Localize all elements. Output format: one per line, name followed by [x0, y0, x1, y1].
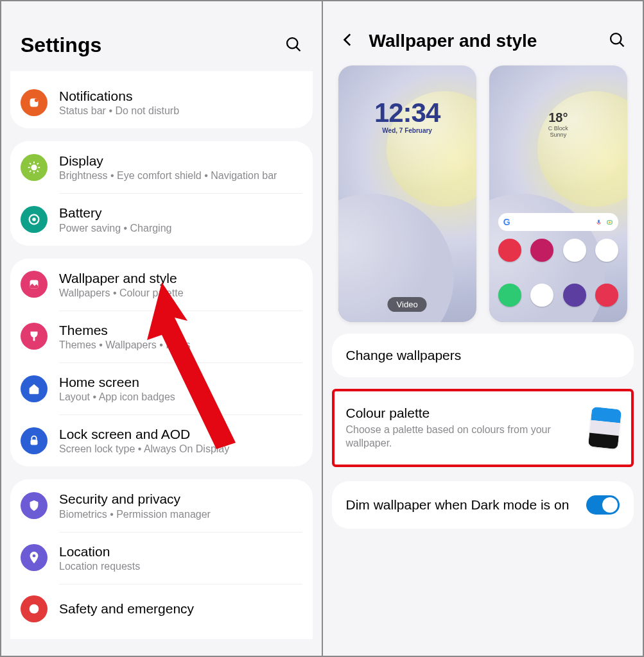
mic-icon: [595, 219, 602, 226]
lens-icon: [606, 219, 613, 226]
settings-item-sub: Screen lock type • Always On Display: [59, 443, 302, 455]
settings-item-security-privacy[interactable]: Security and privacy Biometrics • Permis…: [10, 479, 313, 531]
wallpaper-style-screen: Wallpaper and style 12:34 Wed, 7 Februar…: [323, 1, 643, 656]
settings-item-title: Security and privacy: [59, 491, 302, 507]
settings-item-title: Lock screen and AOD: [59, 426, 302, 442]
svg-point-19: [30, 604, 39, 613]
battery-icon: [21, 206, 48, 233]
settings-item-title: Safety and emergency: [59, 601, 302, 617]
video-badge: Video: [388, 297, 427, 312]
home-screen-preview[interactable]: 18° C Block Sunny G: [489, 65, 627, 322]
app-icon: [563, 284, 586, 307]
wallpaper-previews: 12:34 Wed, 7 February Video 18° C Block …: [323, 65, 643, 322]
svg-line-12: [37, 163, 39, 164]
svg-point-18: [33, 554, 36, 558]
settings-group: Notifications Status bar • Do not distur…: [10, 71, 313, 128]
svg-point-3: [35, 98, 38, 102]
settings-item-sub: Power saving • Charging: [59, 223, 302, 234]
settings-item-home-screen[interactable]: Home screen Layout • App icon badges: [10, 363, 313, 414]
search-icon[interactable]: [284, 35, 302, 56]
google-logo: G: [503, 217, 510, 227]
settings-item-sub: Themes • Wallpapers • Icons: [59, 339, 302, 351]
notifications-icon: [21, 89, 48, 116]
search-icon[interactable]: [608, 31, 626, 51]
settings-item-title: Location: [59, 543, 302, 559]
settings-item-title: Wallpaper and style: [59, 270, 302, 286]
dim-wallpaper-label: Dim wallpaper when Dark mode is on: [346, 496, 577, 513]
svg-line-10: [37, 171, 39, 172]
app-icon: [498, 239, 521, 262]
lock-date: Wed, 7 February: [338, 127, 476, 134]
themes-icon: [21, 323, 48, 350]
settings-screen: Settings Notifications Status bar • Do n…: [1, 1, 322, 656]
app-icon: [595, 239, 618, 262]
svg-line-11: [30, 171, 31, 172]
location-icon: [21, 544, 48, 571]
settings-item-notifications[interactable]: Notifications Status bar • Do not distur…: [10, 76, 313, 128]
settings-item-title: Battery: [59, 205, 302, 221]
svg-point-25: [609, 221, 611, 223]
lock-screen-preview[interactable]: 12:34 Wed, 7 February Video: [338, 65, 476, 322]
settings-item-lock-screen-aod[interactable]: Lock screen and AOD Screen lock type • A…: [10, 414, 313, 466]
page-title: Settings: [21, 33, 101, 57]
weather-temp: 18°: [489, 110, 627, 125]
app-dock: [498, 284, 618, 307]
settings-item-sub: Layout • App icon badges: [59, 391, 302, 403]
settings-group: Display Brightness • Eye comfort shield …: [10, 141, 313, 245]
colour-palette-title: Colour palette: [346, 405, 580, 421]
wallpaper-icon: [21, 271, 48, 298]
security-icon: [21, 492, 48, 519]
settings-item-safety-emergency[interactable]: Safety and emergency: [10, 584, 313, 639]
settings-item-themes[interactable]: Themes Themes • Wallpapers • Icons: [10, 311, 313, 363]
settings-item-title: Display: [59, 153, 302, 169]
settings-item-battery[interactable]: Battery Power saving • Charging: [10, 193, 313, 245]
dim-wallpaper-item[interactable]: Dim wallpaper when Dark mode is on: [332, 481, 634, 529]
app-row: [498, 239, 618, 262]
display-icon: [21, 154, 48, 181]
app-icon: [530, 239, 553, 262]
google-search-bar: G: [498, 213, 618, 231]
settings-item-display[interactable]: Display Brightness • Eye comfort shield …: [10, 141, 313, 193]
svg-line-9: [30, 163, 31, 164]
colour-palette-item[interactable]: Colour palette Choose a palette based on…: [332, 389, 634, 467]
settings-item-sub: Biometrics • Permission manager: [59, 509, 302, 520]
lock-icon: [21, 427, 48, 454]
svg-rect-17: [31, 439, 38, 445]
settings-item-location[interactable]: Location Location requests: [10, 532, 313, 584]
settings-header: Settings: [1, 1, 322, 76]
svg-point-4: [31, 164, 37, 170]
change-wallpapers-button[interactable]: Change wallpapers: [332, 334, 634, 377]
palette-swatch-icon: [588, 407, 622, 449]
svg-line-22: [620, 42, 623, 46]
settings-item-sub: Status bar • Do not disturb: [59, 105, 302, 117]
svg-rect-16: [33, 337, 35, 341]
lock-time: 12:34: [338, 98, 476, 128]
weather-cond: Sunny: [489, 132, 627, 138]
colour-palette-sub: Choose a palette based on colours from y…: [346, 423, 580, 450]
app-icon: [498, 284, 521, 307]
settings-item-sub: Location requests: [59, 561, 302, 572]
change-wallpapers-label: Change wallpapers: [346, 348, 462, 363]
dim-wallpaper-toggle[interactable]: [586, 495, 620, 515]
settings-group: Wallpaper and style Wallpapers • Colour …: [10, 259, 313, 467]
settings-group: Security and privacy Biometrics • Permis…: [10, 479, 313, 638]
svg-point-21: [611, 33, 621, 44]
svg-rect-23: [598, 219, 600, 223]
svg-point-0: [287, 38, 297, 48]
settings-item-sub: Wallpapers • Colour palette: [59, 287, 302, 299]
home-icon: [21, 375, 48, 402]
weather-loc: C Block: [489, 125, 627, 132]
settings-item-title: Notifications: [59, 88, 302, 104]
app-icon: [595, 284, 618, 307]
settings-item-title: Themes: [59, 322, 302, 338]
svg-line-1: [296, 47, 300, 51]
settings-item-sub: Brightness • Eye comfort shield • Naviga…: [59, 170, 302, 182]
page-title: Wallpaper and style: [369, 31, 596, 51]
back-icon[interactable]: [340, 31, 356, 51]
settings-item-title: Home screen: [59, 374, 302, 390]
sos-icon: [21, 595, 48, 622]
svg-point-14: [32, 218, 36, 221]
app-icon: [530, 284, 553, 307]
wallpaper-style-header: Wallpaper and style: [323, 1, 643, 65]
settings-item-wallpaper-and-style[interactable]: Wallpaper and style Wallpapers • Colour …: [10, 259, 313, 311]
